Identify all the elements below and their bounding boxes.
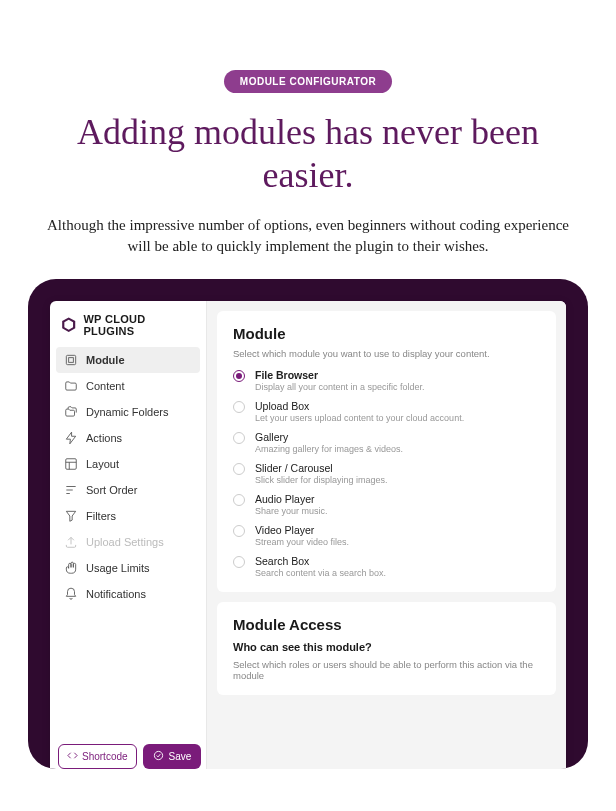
option-body: Audio PlayerShare your music. (255, 493, 328, 516)
svg-marker-4 (66, 433, 75, 445)
option-body: Video PlayerStream your video files. (255, 524, 349, 547)
sidebar-item-label: Usage Limits (86, 562, 150, 574)
module-option-slider-carousel[interactable]: Slider / CarouselSlick slider for displa… (233, 462, 540, 485)
main-area: Module Select which module you want to u… (207, 301, 566, 769)
option-label: Video Player (255, 524, 349, 536)
access-panel-desc: Select which roles or users should be ab… (233, 659, 540, 681)
hero-badge: MODULE CONFIGURATOR (224, 70, 392, 93)
svg-marker-11 (66, 512, 75, 522)
option-sub: Search content via a search box. (255, 568, 386, 578)
option-label: File Browser (255, 369, 425, 381)
bolt-icon (64, 431, 78, 445)
option-body: File BrowserDisplay all your content in … (255, 369, 425, 392)
option-body: Search BoxSearch content via a search bo… (255, 555, 386, 578)
sidebar: WP CLOUD PLUGINS ModuleContentDynamic Fo… (50, 301, 207, 769)
sidebar-item-label: Module (86, 354, 125, 366)
option-sub: Share your music. (255, 506, 328, 516)
option-body: GalleryAmazing gallery for images & vide… (255, 431, 403, 454)
sidebar-item-usage-limits[interactable]: Usage Limits (56, 555, 200, 581)
access-panel-subhead: Who can see this module? (233, 641, 540, 653)
brand-text: WP CLOUD PLUGINS (83, 313, 196, 337)
sidebar-item-module[interactable]: Module (56, 347, 200, 373)
sidebar-item-label: Notifications (86, 588, 146, 600)
radio-icon (233, 556, 245, 568)
sidebar-item-label: Upload Settings (86, 536, 164, 548)
module-option-audio-player[interactable]: Audio PlayerShare your music. (233, 493, 540, 516)
sidebar-item-label: Content (86, 380, 125, 392)
sidebar-item-label: Layout (86, 458, 119, 470)
radio-icon (233, 525, 245, 537)
sidebar-item-upload-settings: Upload Settings (56, 529, 200, 555)
option-sub: Slick slider for displaying images. (255, 475, 388, 485)
brand-logo-icon (60, 316, 77, 334)
sidebar-item-notifications[interactable]: Notifications (56, 581, 200, 607)
option-label: Audio Player (255, 493, 328, 505)
sidebar-item-label: Sort Order (86, 484, 137, 496)
radio-icon (233, 494, 245, 506)
save-button-label: Save (169, 751, 192, 762)
module-option-upload-box[interactable]: Upload BoxLet your users upload content … (233, 400, 540, 423)
folders-icon (64, 405, 78, 419)
module-panel-title: Module (233, 325, 540, 342)
check-circle-icon (153, 750, 164, 763)
sidebar-item-label: Actions (86, 432, 122, 444)
radio-icon (233, 401, 245, 413)
access-panel-title: Module Access (233, 616, 540, 633)
svg-point-13 (154, 752, 162, 760)
option-sub: Display all your content in a specific f… (255, 382, 425, 392)
radio-icon (233, 432, 245, 444)
app-window: WP CLOUD PLUGINS ModuleContentDynamic Fo… (50, 301, 566, 769)
svg-rect-3 (69, 358, 74, 363)
option-label: Gallery (255, 431, 403, 443)
sidebar-item-label: Filters (86, 510, 116, 522)
sidebar-nav: ModuleContentDynamic FoldersActionsLayou… (50, 347, 206, 607)
svg-rect-5 (66, 459, 77, 470)
filter-icon (64, 509, 78, 523)
screenshot-frame: WP CLOUD PLUGINS ModuleContentDynamic Fo… (28, 279, 588, 769)
option-label: Upload Box (255, 400, 464, 412)
sort-icon (64, 483, 78, 497)
module-option-gallery[interactable]: GalleryAmazing gallery for images & vide… (233, 431, 540, 454)
sidebar-item-layout[interactable]: Layout (56, 451, 200, 477)
option-label: Search Box (255, 555, 386, 567)
option-sub: Let your users upload content to your cl… (255, 413, 464, 423)
sidebar-item-actions[interactable]: Actions (56, 425, 200, 451)
shortcode-button-label: Shortcode (82, 751, 128, 762)
module-option-video-player[interactable]: Video PlayerStream your video files. (233, 524, 540, 547)
sidebar-item-filters[interactable]: Filters (56, 503, 200, 529)
layout-icon (64, 457, 78, 471)
module-option-search-box[interactable]: Search BoxSearch content via a search bo… (233, 555, 540, 578)
code-icon (67, 750, 78, 763)
module-panel-desc: Select which module you want to use to d… (233, 348, 540, 359)
shortcode-button[interactable]: Shortcode (58, 744, 137, 769)
module-icon (64, 353, 78, 367)
upload-icon (64, 535, 78, 549)
folder-icon (64, 379, 78, 393)
option-label: Slider / Carousel (255, 462, 388, 474)
bell-icon (64, 587, 78, 601)
option-sub: Stream your video files. (255, 537, 349, 547)
sidebar-item-sort-order[interactable]: Sort Order (56, 477, 200, 503)
brand-row: WP CLOUD PLUGINS (50, 301, 206, 347)
sidebar-item-label: Dynamic Folders (86, 406, 169, 418)
sidebar-item-dynamic-folders[interactable]: Dynamic Folders (56, 399, 200, 425)
module-options: File BrowserDisplay all your content in … (233, 369, 540, 578)
hero-headline: Adding modules has never been easier. (48, 111, 568, 197)
sidebar-footer: Shortcode Save (58, 744, 201, 769)
option-body: Upload BoxLet your users upload content … (255, 400, 464, 423)
hand-icon (64, 561, 78, 575)
option-body: Slider / CarouselSlick slider for displa… (255, 462, 388, 485)
module-option-file-browser[interactable]: File BrowserDisplay all your content in … (233, 369, 540, 392)
radio-icon (233, 370, 245, 382)
sidebar-item-content[interactable]: Content (56, 373, 200, 399)
hero-subtext: Although the impressive number of option… (38, 215, 578, 257)
module-panel: Module Select which module you want to u… (217, 311, 556, 592)
svg-rect-2 (66, 356, 75, 365)
radio-icon (233, 463, 245, 475)
access-panel: Module Access Who can see this module? S… (217, 602, 556, 695)
save-button[interactable]: Save (143, 744, 202, 769)
option-sub: Amazing gallery for images & videos. (255, 444, 403, 454)
